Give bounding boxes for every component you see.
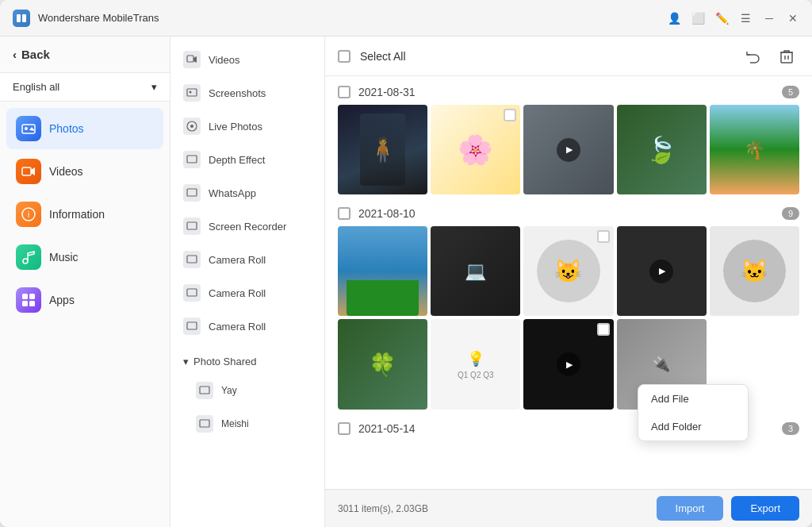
date-2-checkbox[interactable] [338, 207, 350, 220]
app-icon [13, 10, 30, 27]
minimize-button[interactable]: ─ [763, 12, 776, 25]
date-2-label: 2021-08-10 [358, 207, 416, 220]
close-button[interactable]: ✕ [787, 12, 799, 25]
dropdown-label: English all [13, 81, 59, 93]
info-icon: i [16, 202, 41, 227]
photo-shared-sub: Yay Meishi [170, 374, 324, 440]
context-dropdown-menu: Add File Add Folder [638, 384, 749, 441]
photo-shared-section: ▾ Photo Shared Yay Meishi [170, 343, 324, 447]
middle-item-camera-roll-2[interactable]: Camera Roll [170, 276, 324, 310]
menu-icon[interactable]: ☰ [739, 12, 752, 25]
language-dropdown[interactable]: English all ▾ [0, 73, 170, 102]
select-all-checkbox[interactable] [338, 50, 350, 63]
user-icon[interactable]: 👤 [668, 12, 680, 25]
add-file-option[interactable]: Add File [638, 385, 748, 413]
photo-thumb[interactable]: 🍃 [617, 105, 707, 194]
photo-thumb[interactable]: 🐱 [710, 226, 799, 316]
yay-label: Yay [221, 385, 237, 396]
date-3-checkbox[interactable] [338, 422, 350, 435]
bottom-buttons: Import Export [657, 496, 799, 521]
date-1-checkbox[interactable] [338, 86, 350, 98]
import-button[interactable]: Import [657, 496, 724, 521]
add-folder-option[interactable]: Add Folder [638, 413, 748, 440]
photo-thumb[interactable] [523, 105, 613, 194]
photo-shared-label: Photo Shared [193, 356, 257, 367]
middle-item-screen-recorder[interactable]: Screen Recorder [170, 210, 324, 243]
svg-rect-22 [187, 322, 197, 329]
thumb-checkbox[interactable] [597, 323, 610, 336]
export-button[interactable]: Export [731, 496, 799, 521]
photo-shared-header[interactable]: ▾ Photo Shared [170, 349, 324, 374]
middle-item-meishi[interactable]: Meishi [183, 407, 324, 440]
photo-thumb[interactable]: 💡 Q1 Q2 Q3 [431, 319, 520, 409]
middle-item-depth-effect[interactable]: Depth Effect [170, 143, 324, 176]
photo-thumb[interactable] [523, 319, 613, 409]
svg-rect-8 [22, 294, 28, 299]
sidebar-item-apps[interactable]: Apps [6, 279, 163, 321]
photo-thumb[interactable] [617, 226, 707, 316]
svg-rect-24 [200, 420, 209, 427]
sidebar-item-videos[interactable]: Videos [6, 151, 163, 192]
screen-recorder-label: Screen Recorder [209, 221, 286, 233]
videos-icon [16, 159, 41, 184]
meishi-icon [196, 415, 213, 433]
bottom-bar: 3011 item(s), 2.03GB Import Export [325, 489, 812, 527]
photo-thumb[interactable]: 😺 [523, 226, 613, 316]
photo-thumb[interactable]: 🌸 [431, 105, 520, 194]
music-label: Music [49, 251, 79, 264]
middle-item-live-photos[interactable]: Live Photos [170, 110, 324, 143]
photo-thumb[interactable] [338, 226, 427, 316]
screen-recorder-icon [183, 217, 201, 235]
photo-thumb[interactable]: 💻 [431, 226, 520, 316]
photo-thumb[interactable]: 🍀 [338, 319, 427, 409]
sidebar-item-information[interactable]: i Information [6, 194, 163, 235]
date-3-label: 2021-05-14 [358, 422, 416, 435]
back-button[interactable]: ‹ Back [0, 37, 170, 73]
date-section-1: 2021-08-31 5 🧍 🌸 [338, 86, 799, 194]
thumb-checkbox[interactable] [597, 230, 610, 243]
svg-point-3 [25, 127, 28, 130]
middle-panel: Videos Screenshots Live Photos Depth Eff… [170, 37, 325, 527]
photos-label: Photos [49, 122, 84, 135]
apps-icon [16, 287, 41, 313]
middle-item-camera-roll-3[interactable]: Camera Roll [170, 310, 324, 343]
right-toolbar: Select All [325, 37, 812, 76]
photo-thumb[interactable]: 🌴 [710, 105, 799, 194]
photo-shared-chevron-icon: ▾ [183, 356, 189, 367]
svg-rect-19 [187, 222, 197, 229]
sidebar-item-photos[interactable]: Photos [6, 108, 163, 149]
middle-item-yay[interactable]: Yay [183, 374, 324, 407]
date-2-count: 9 [782, 207, 799, 220]
delete-button[interactable] [774, 44, 799, 69]
svg-rect-23 [200, 387, 209, 394]
nav-items: Photos Videos i Information [0, 102, 170, 327]
middle-item-videos[interactable]: Videos [170, 43, 324, 76]
camera-roll-2-icon [183, 284, 201, 302]
middle-item-screenshots[interactable]: Screenshots [170, 76, 324, 110]
toolbar-right [739, 44, 799, 69]
play-icon [649, 260, 673, 283]
thumb-checkbox[interactable] [504, 109, 516, 121]
svg-point-16 [190, 125, 193, 128]
app-window: Wondershare MobileTrans 👤 ⬜ ✏️ ☰ ─ ✕ ‹ B… [0, 0, 812, 527]
app-title: Wondershare MobileTrans [38, 12, 668, 24]
right-panel: Select All 2021-08 [325, 37, 812, 527]
svg-rect-11 [29, 301, 35, 306]
photo-thumb[interactable]: 🧍 [338, 105, 427, 194]
whatsapp-icon [183, 184, 201, 202]
date-1-label: 2021-08-31 [358, 86, 416, 98]
live-photos-label: Live Photos [209, 121, 262, 133]
middle-item-camera-roll-1[interactable]: Camera Roll [170, 243, 324, 276]
window-icon[interactable]: ⬜ [691, 12, 704, 25]
date-header-2: 2021-08-10 9 [338, 207, 799, 220]
edit-icon[interactable]: ✏️ [715, 12, 728, 25]
svg-rect-13 [187, 89, 197, 96]
live-photos-icon [183, 117, 201, 135]
sidebar-item-music[interactable]: Music [6, 237, 163, 278]
svg-rect-1 [22, 14, 26, 22]
main-content: ‹ Back English all ▾ Photos [0, 37, 812, 527]
middle-item-whatsapp[interactable]: WhatsApp [170, 176, 324, 210]
svg-rect-12 [187, 56, 193, 62]
back-arrow: ‹ [13, 48, 17, 61]
undo-button[interactable] [739, 44, 764, 69]
